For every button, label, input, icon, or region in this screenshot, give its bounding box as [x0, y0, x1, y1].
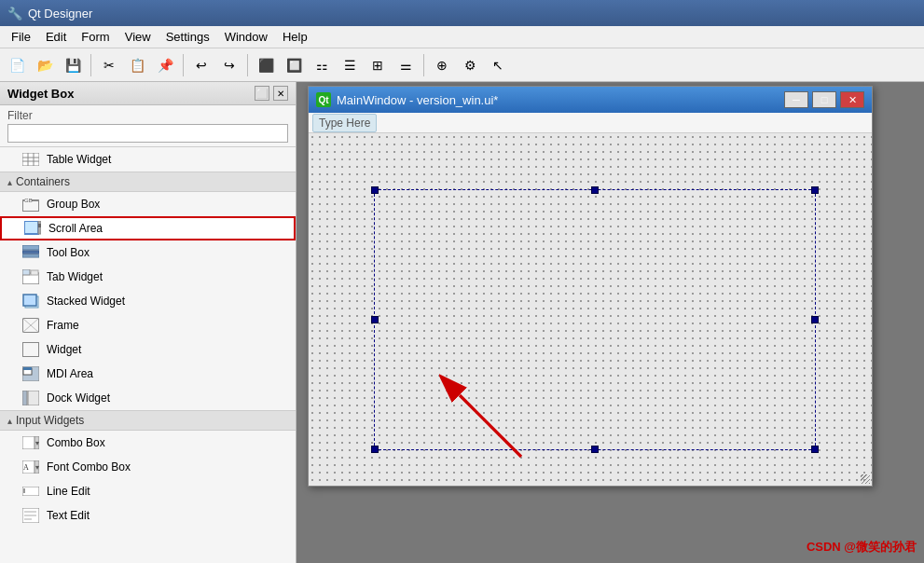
widget-item-groupbox[interactable]: GB Group Box	[0, 192, 296, 216]
widget-item-label: Stacked Widget	[47, 295, 125, 308]
toolbar-copy[interactable]: 📋	[124, 52, 150, 78]
app-title: Qt Designer	[28, 7, 92, 21]
fontcombobox-icon: A ▾	[22, 459, 39, 475]
toolbar-layout-v[interactable]: 🔲	[281, 52, 307, 78]
svg-text:GB: GB	[24, 198, 33, 203]
menu-help[interactable]: Help	[275, 28, 315, 46]
widget-item-stackedwidget[interactable]: Stacked Widget	[0, 289, 296, 313]
filter-label: Filter	[7, 109, 288, 122]
scrollarea-icon	[24, 220, 41, 237]
toolbar-adjust[interactable]: ⚌	[393, 52, 419, 78]
qt-menu-placeholder[interactable]: Type Here	[312, 114, 377, 132]
svg-rect-8	[24, 221, 38, 234]
widget-item-fontcombobox[interactable]: A ▾ Font Combo Box	[0, 455, 296, 479]
separator-3	[247, 54, 248, 76]
mdiarea-icon	[22, 365, 39, 382]
groupbox-icon: GB	[22, 196, 39, 213]
menu-view[interactable]: View	[117, 28, 159, 46]
handle-br[interactable]	[811, 446, 819, 453]
widget-item-label: Line Edit	[47, 485, 90, 498]
widget-item-scrollarea[interactable]: Scroll Area	[0, 216, 296, 240]
handle-bl[interactable]	[371, 446, 379, 453]
toolbar-cut[interactable]: ✂	[96, 52, 122, 78]
handle-tc[interactable]	[591, 186, 599, 194]
widget-item-label: Group Box	[47, 198, 100, 211]
filter-row: Filter	[0, 105, 296, 147]
qt-window-title: MainWindow - version_win.ui*	[337, 93, 784, 107]
section-label-input: Input Widgets	[16, 414, 84, 427]
handle-ml[interactable]	[371, 316, 379, 323]
toolbar-layout-form[interactable]: ☰	[337, 52, 363, 78]
svg-rect-0	[22, 153, 39, 166]
section-label-containers: Containers	[16, 175, 70, 188]
main-layout: Widget Box ⬜ ✕ Filter	[0, 82, 924, 563]
widget-icon	[22, 341, 39, 358]
toolbar-new[interactable]: 📄	[4, 52, 30, 78]
qt-menu-bar: Type Here	[309, 113, 872, 133]
handle-tl[interactable]	[371, 186, 379, 194]
toolbox-icon	[22, 244, 39, 261]
toolbar-layout-break[interactable]: ⊞	[365, 52, 391, 78]
separator-1	[90, 54, 91, 76]
svg-rect-22	[22, 342, 39, 357]
toolbar-settings[interactable]: ⚙	[457, 52, 483, 78]
widget-box-close-btn[interactable]: ✕	[273, 86, 288, 101]
toolbar-paste[interactable]: 📌	[152, 52, 178, 78]
toolbar-layout-h[interactable]: ⬛	[253, 52, 279, 78]
menu-file[interactable]: File	[4, 28, 38, 46]
widget-item-label: MDI Area	[47, 367, 93, 380]
app-icon: 🔧	[7, 6, 22, 21]
widget-item-dockwidget[interactable]: Dock Widget	[0, 386, 296, 410]
qt-minimize-btn[interactable]: ─	[784, 91, 808, 108]
resize-handle[interactable]	[861, 474, 870, 484]
qt-canvas[interactable]	[309, 133, 872, 486]
widget-item-tabwidget[interactable]: Tab Widget	[0, 265, 296, 289]
section-containers[interactable]: ▴ Containers	[0, 172, 296, 192]
widget-item-textedit[interactable]: Text Edit	[0, 503, 296, 528]
toolbar-pointer[interactable]: ↖	[485, 52, 511, 78]
toolbar-save[interactable]: 💾	[60, 52, 86, 78]
menu-form[interactable]: Form	[74, 28, 117, 46]
toolbar-redo[interactable]: ↪	[216, 52, 242, 78]
svg-rect-15	[22, 269, 30, 275]
widget-item-mdiarea[interactable]: MDI Area	[0, 362, 296, 386]
toolbar-open[interactable]: 📂	[32, 52, 58, 78]
canvas-area: Qt MainWindow - version_win.ui* ─ □ ✕ Ty…	[297, 82, 924, 563]
toolbar-preview[interactable]: ⊕	[429, 52, 455, 78]
toolbar-layout-grid[interactable]: ⚏	[309, 52, 335, 78]
widget-item-frame[interactable]: Frame	[0, 313, 296, 337]
handle-mr[interactable]	[811, 316, 819, 323]
widget-item-combobox[interactable]: ▾ Combo Box	[0, 431, 296, 455]
widget-box-header: Widget Box ⬜ ✕	[0, 82, 296, 105]
menu-window[interactable]: Window	[217, 28, 275, 46]
svg-rect-12	[22, 251, 39, 254]
widget-item-widget[interactable]: Widget	[0, 337, 296, 362]
svg-line-42	[460, 395, 521, 457]
menu-settings[interactable]: Settings	[159, 28, 217, 46]
section-inputwidgets[interactable]: ▴ Input Widgets	[0, 410, 296, 431]
handle-bc[interactable]	[591, 446, 599, 453]
widget-item-label: Table Widget	[47, 153, 111, 166]
menu-edit[interactable]: Edit	[38, 28, 74, 46]
svg-rect-35	[22, 487, 39, 496]
toolbar: 📄 📂 💾 ✂ 📋 📌 ↩ ↪ ⬛ 🔲 ⚏ ☰ ⊞ ⚌ ⊕ ⚙ ↖	[0, 48, 924, 82]
section-arrow-containers: ▴	[7, 177, 12, 187]
combobox-icon: ▾	[22, 434, 39, 451]
widget-item-tablewidget[interactable]: Table Widget	[0, 147, 296, 172]
widget-item-toolbox[interactable]: Tool Box	[0, 240, 296, 265]
svg-rect-26	[22, 391, 27, 405]
qt-close-btn[interactable]: ✕	[840, 91, 864, 108]
widget-item-lineedit[interactable]: Line Edit	[0, 479, 296, 503]
qt-designer-window[interactable]: Qt MainWindow - version_win.ui* ─ □ ✕ Ty…	[308, 86, 873, 487]
handle-tr[interactable]	[811, 186, 819, 194]
qt-maximize-btn[interactable]: □	[812, 91, 836, 108]
widget-item-label: Font Combo Box	[47, 460, 131, 474]
menu-bar: File Edit Form View Settings Window Help	[0, 26, 924, 48]
widget-box-float-btn[interactable]: ⬜	[255, 86, 269, 101]
filter-input[interactable]	[7, 124, 288, 143]
separator-2	[183, 54, 184, 76]
toolbar-undo[interactable]: ↩	[188, 52, 214, 78]
lineedit-icon	[22, 483, 39, 500]
widget-item-label: Combo Box	[47, 436, 105, 449]
svg-text:▾: ▾	[35, 439, 39, 447]
